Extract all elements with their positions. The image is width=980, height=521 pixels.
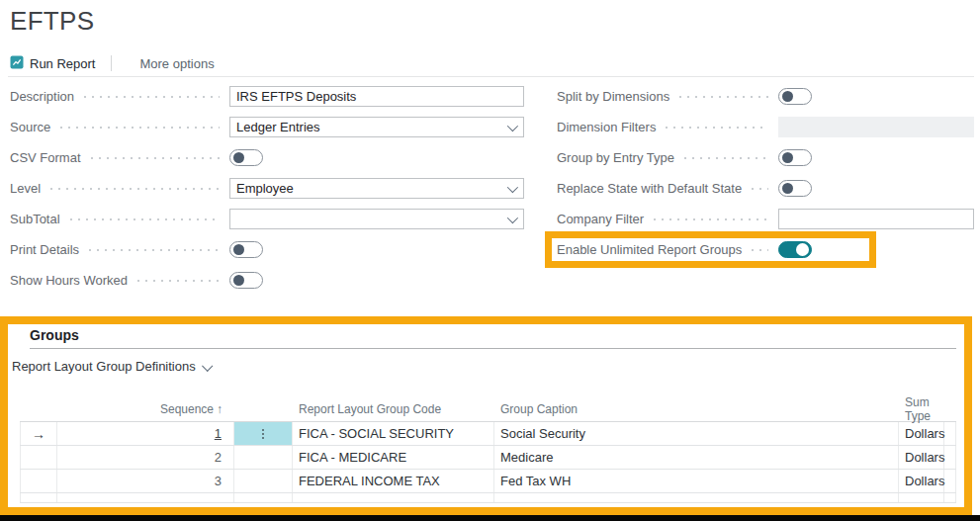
table-row: 3 FEDERAL INCOME TAX Fed Tax WH Dollars (20, 470, 956, 493)
dotted-leader (654, 218, 768, 220)
level-select-value: Employee (236, 181, 294, 196)
split-by-dimensions-label: Split by Dimensions (557, 89, 778, 104)
header-sequence[interactable]: Sequence ↑ (57, 402, 234, 416)
group-by-entry-type-row: Group by Entry Type (557, 142, 974, 173)
toggle-knob (782, 152, 793, 163)
dotted-leader (679, 96, 768, 98)
replace-state-toggle[interactable] (778, 180, 812, 197)
group-caption-cell[interactable]: Medicare (494, 446, 899, 469)
toggle-knob (233, 244, 244, 255)
dimension-filters-row: Dimension Filters (557, 112, 974, 142)
run-report-label: Run Report (30, 56, 95, 71)
chevron-down-icon (202, 360, 213, 371)
table-row: → 1 FICA - SOCIAL SECURITY Social Securi… (20, 422, 956, 446)
row-options-cell[interactable] (234, 422, 293, 445)
sequence-cell[interactable]: 2 (57, 446, 234, 469)
pad-cell (944, 446, 956, 469)
toggle-knob (233, 275, 244, 286)
chevron-down-icon (507, 212, 518, 222)
group-code-cell[interactable]: FICA - SOCIAL SECURITY (293, 422, 494, 445)
dotted-leader (84, 96, 220, 98)
bottom-black-bar (0, 515, 980, 521)
level-label: Level (10, 181, 229, 196)
print-details-toggle[interactable] (229, 241, 263, 258)
level-select[interactable]: Employee (229, 178, 524, 199)
page-title: EFTPS (10, 6, 94, 37)
toggle-knob (782, 91, 793, 102)
replace-state-row: Replace State with Default State (557, 173, 974, 204)
row-options-cell[interactable] (234, 470, 293, 492)
header-sum-type[interactable]: Sum Type (899, 395, 944, 423)
company-filter-input[interactable] (778, 209, 974, 229)
show-hours-worked-label: Show Hours Worked (10, 273, 229, 288)
dotted-leader (684, 157, 768, 159)
dotted-leader (752, 188, 768, 190)
company-filter-row: Company Filter (557, 204, 974, 234)
groups-divider (30, 348, 956, 349)
chevron-down-icon (507, 181, 518, 192)
source-row: Source Ledger Entries (10, 112, 524, 142)
empty-table-row (20, 493, 956, 503)
dotted-leader (50, 188, 220, 190)
dotted-leader (137, 280, 220, 282)
toggle-knob (782, 183, 793, 194)
sum-type-cell[interactable]: Dollars (899, 470, 944, 492)
csv-format-toggle[interactable] (229, 149, 263, 166)
show-hours-worked-toggle[interactable] (229, 272, 263, 289)
dotted-leader (666, 127, 768, 129)
split-by-dimensions-toggle[interactable] (778, 88, 812, 105)
row-indicator-cell (20, 446, 57, 469)
form-right-column: Split by Dimensions Dimension Filters Gr… (557, 81, 974, 265)
group-caption-cell[interactable]: Social Security (494, 422, 899, 445)
subtotal-row: SubTotal (10, 204, 524, 234)
row-options-cell[interactable] (234, 446, 293, 469)
pad-cell (944, 470, 956, 492)
enable-unlimited-report-groups-row: Enable Unlimited Report Groups (557, 234, 974, 265)
header-group-caption[interactable]: Group Caption (494, 402, 899, 416)
toolbar-divider (111, 55, 112, 71)
company-filter-label: Company Filter (557, 212, 778, 226)
dotted-leader (60, 127, 220, 129)
group-caption-cell[interactable]: Fed Tax WH (494, 470, 899, 492)
form-left-column: Description Source Ledger Entries CSV Fo… (10, 81, 524, 296)
print-details-label: Print Details (10, 242, 229, 257)
level-row: Level Employee (10, 173, 524, 204)
source-label: Source (10, 120, 229, 134)
report-layout-group-definitions-dropdown[interactable]: Report Layout Group Definitions (12, 359, 211, 374)
source-select[interactable]: Ledger Entries (229, 117, 524, 137)
subtotal-select[interactable] (229, 209, 524, 229)
sort-ascending-icon: ↑ (217, 402, 223, 416)
run-report-button[interactable]: Run Report (10, 55, 95, 72)
chevron-down-icon (507, 120, 518, 130)
description-row: Description (10, 81, 524, 112)
group-definitions-table: Sequence ↑ Report Layout Group Code Grou… (20, 395, 956, 503)
toggle-knob (233, 152, 244, 163)
group-by-entry-type-toggle[interactable] (778, 149, 812, 166)
groups-heading: Groups (30, 327, 79, 343)
table-header-row: Sequence ↑ Report Layout Group Code Grou… (20, 395, 956, 422)
description-input[interactable] (229, 86, 524, 107)
description-label: Description (10, 89, 229, 104)
show-hours-worked-row: Show Hours Worked (10, 265, 524, 296)
toggle-knob (796, 243, 809, 256)
sequence-cell[interactable]: 3 (57, 470, 234, 492)
sequence-link[interactable]: 1 (215, 426, 222, 441)
toolbar: Run Report More options (10, 53, 215, 73)
sequence-cell[interactable]: 1 (57, 422, 234, 445)
header-report-layout-group-code[interactable]: Report Layout Group Code (293, 402, 494, 416)
active-row-arrow: → (20, 422, 57, 445)
group-code-cell[interactable]: FICA - MEDICARE (293, 446, 494, 469)
toolbar-separator-line (8, 76, 974, 77)
group-code-cell[interactable]: FEDERAL INCOME TAX (293, 470, 494, 492)
groups-section-highlight-box: Groups Report Layout Group Definitions S… (0, 316, 972, 515)
subpart-label: Report Layout Group Definitions (12, 359, 196, 374)
sum-type-cell[interactable]: Dollars (899, 422, 944, 445)
row-indicator-cell (20, 470, 57, 492)
enable-unlimited-report-groups-label: Enable Unlimited Report Groups (557, 242, 778, 257)
dimension-filters-label: Dimension Filters (557, 120, 778, 134)
enable-unlimited-report-groups-toggle[interactable] (778, 241, 812, 258)
csv-format-label: CSV Format (10, 150, 229, 165)
dotted-leader (70, 218, 220, 220)
sum-type-cell[interactable]: Dollars (899, 446, 944, 469)
more-options-button[interactable]: More options (139, 56, 214, 71)
